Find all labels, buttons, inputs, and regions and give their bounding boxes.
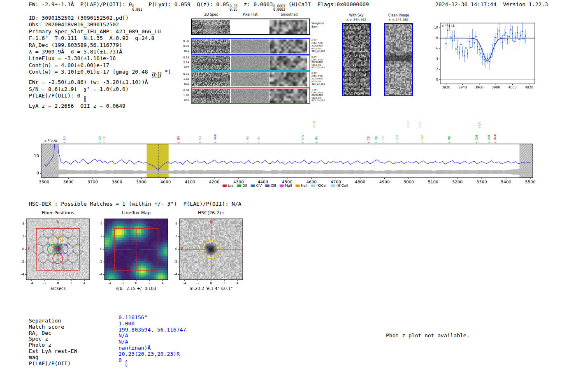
- annotation-line: 423_LU_061: [311, 66, 336, 69]
- weight-value: 1.62: [178, 77, 189, 81]
- subscript: 0: [84, 100, 86, 103]
- info-line: EWr = -2.50(±0.86) (w: -3.20(±1.10))Å: [29, 79, 171, 86]
- weight-value: 0.19: [178, 72, 189, 77]
- text-segment: (H)CaII Flags:0x00000009: [285, 1, 369, 7]
- subscript: 0.001: [132, 8, 142, 12]
- spec2d-row-weights: 0.081.85051: [178, 88, 189, 103]
- text-segment: Cont(n) = 4.00(±0.00)e-17: [29, 62, 109, 68]
- text-segment: nan(±nan)Å: [118, 345, 151, 351]
- info-line: RA,Dec (199.803589,56.116779): [29, 42, 171, 49]
- table-row-label: Separation: [29, 318, 77, 324]
- weight-value: 032: [178, 81, 189, 86]
- full-spectrum-plot: [33, 108, 541, 192]
- header-metrics: EW: -2.9±-1.1Å P(LAE)/P(OII): 000.001 P(…: [29, 1, 369, 7]
- withsky-title: With Sky: [336, 14, 377, 17]
- spec2d-row-weights: 0.191.62032: [178, 72, 189, 87]
- info-line: P(LAE)/P(OII): 0 00: [29, 93, 171, 103]
- spec2d-row-annotation: 0.94"(244, 553)20200418v016_01423_LU_061: [311, 56, 336, 69]
- sup-sub-stack: 0.050.05: [230, 5, 237, 12]
- clean-image: [384, 23, 413, 96]
- col-header-2dspec: 2D Spec: [192, 13, 230, 16]
- text-segment: ID: 3090152502 (3090152502.pdf): [29, 15, 129, 21]
- annotation-line: (244, 562): [311, 42, 336, 45]
- spec2d-cell-image: [192, 39, 230, 53]
- text-segment: LineFlux = -3.30(±1.10)e-16: [29, 55, 116, 61]
- spec2d-row: [191, 55, 310, 71]
- annotation-line: 423_LU_062: [311, 99, 336, 102]
- text-segment: 0.116156": [118, 314, 147, 320]
- spec2d-row-annotation: 0.97"(246, 738)20200418v016_03423_LU_081: [311, 72, 336, 86]
- info-line: F=1.6" T=0.111 N=1.35 A=0.92 g=24.8: [29, 35, 171, 42]
- info-block: ID: 3090152502 (3090152502.pdf)Obs: 2020…: [29, 15, 171, 109]
- spec2d-cell-image: [269, 39, 307, 53]
- spec2d-cell-image: [192, 89, 230, 103]
- subscript: 20.48: [151, 76, 161, 79]
- annotation-line: 20200418: [311, 61, 336, 64]
- text-segment: 0: [118, 357, 125, 363]
- spec2d-row-weights: 0.192.14052: [178, 55, 189, 70]
- report-version: Version 1.22.3: [503, 1, 548, 7]
- spec2d-row: [191, 71, 310, 88]
- table-row-label: Est LyA rest-EW: [29, 348, 77, 355]
- photz-note: Phot z plot not available.: [386, 332, 470, 339]
- annotation-line: 1.58": [311, 88, 336, 91]
- weight-value: 2.14: [178, 60, 189, 65]
- annotation-line: 0.94": [311, 56, 336, 58]
- hsc-cutout-title: HSC(26.2) r: [179, 210, 243, 216]
- sup-sub-stack: 00.001: [132, 5, 142, 12]
- spec2d-cell-image: [269, 72, 307, 86]
- table-row-value: N/A: [118, 333, 186, 339]
- info-line: Cont(w) = 3.10(±0.01)e-17 (gmag 20.48 20…: [29, 69, 171, 79]
- table-row-value: 20.23(20.23,20.23)R: [118, 351, 186, 357]
- spec2d-row-annotation: 1.58"(244, 562)20200418v016_03423_LU_062: [311, 88, 336, 102]
- lineflux-map-xlabel: s/b: -2.15 +/- 0.103: [105, 286, 168, 291]
- spec2d-cell-image: [231, 72, 269, 86]
- lineflux-map-title: Lineflux Map: [105, 210, 168, 216]
- col-header-smoothed: Smoothed: [270, 13, 308, 16]
- text-segment: RA,Dec (199.803589,56.116779): [29, 42, 122, 48]
- col-header-pixelflat: Pixel Flat: [231, 13, 269, 16]
- annotation-line: 0.72": [311, 39, 336, 42]
- spec2d-row-weights: 0.300.91051: [178, 39, 189, 54]
- match-table-values: 0.116156"1.000199.803594, 56.116747N/AN/…: [118, 315, 186, 367]
- table-row-label: RA, Dec: [29, 330, 77, 336]
- sup-sub-stack: 20.4920.48: [151, 72, 161, 79]
- spec2d-row-annotation: WeightedSum: [311, 22, 336, 28]
- withsky-image: [342, 23, 371, 96]
- subscript: 0.0003: [273, 8, 285, 12]
- text-segment: *): [162, 69, 171, 75]
- fiber-positions-title: Fiber Positions: [26, 210, 90, 216]
- weight-value: 051: [178, 98, 189, 103]
- spec2d-row: [191, 19, 310, 35]
- info-line: S/N = 8.6(±2.9) χ² = 1.0(±0.0): [29, 86, 171, 93]
- table-row-value: 199.803594, 56.116747: [118, 327, 186, 333]
- clean-coords: x, y: 244, 562: [378, 18, 419, 21]
- annotation-line: Sum: [311, 25, 336, 28]
- lineflux-map-panel: [92, 216, 170, 287]
- table-row-label: P(LAE)/P(OII): [29, 361, 77, 367]
- spec2d-cell-image: [269, 56, 307, 70]
- weight-value: 052: [178, 65, 189, 70]
- annotation-line: 423_LU_081: [311, 83, 336, 86]
- text-segment: EW: -2.9±-1.1Å P(LAE)/P(OII): 0: [29, 1, 132, 7]
- annotation-line: (244, 553): [311, 58, 336, 61]
- annotation-line: 423_LU_062: [311, 50, 336, 53]
- annotation-line: Weighted: [311, 22, 336, 25]
- fiber-positions-xlabel: arcsecs: [26, 286, 90, 291]
- weight-value: 0.08: [178, 88, 189, 93]
- table-row-value: 0.116156": [118, 315, 186, 321]
- table-row-label: Photo z: [29, 342, 77, 348]
- info-line: LineFlux = -3.30(±1.10)e-16: [29, 55, 171, 62]
- withsky-coords: x, y: 244, 562: [336, 18, 377, 21]
- sup-sub-stack: 00: [125, 361, 128, 367]
- weight-value: 0.19: [178, 55, 189, 60]
- info-line: Obs: 20200418v016_3090152502: [29, 21, 171, 28]
- table-row-value: 1.000: [118, 321, 186, 327]
- text-segment: P(Lyα): 0.059 Q(z): 0.05: [142, 1, 229, 7]
- spec2d-row: [191, 88, 310, 104]
- annotation-line: (246, 738): [311, 75, 336, 78]
- table-row-value: N/A: [118, 339, 186, 345]
- spec2d-cell-image: [231, 20, 269, 34]
- hsc-cutout-panel: [167, 216, 245, 287]
- info-line: Cont(n) = 4.00(±0.00)e-17: [29, 62, 171, 69]
